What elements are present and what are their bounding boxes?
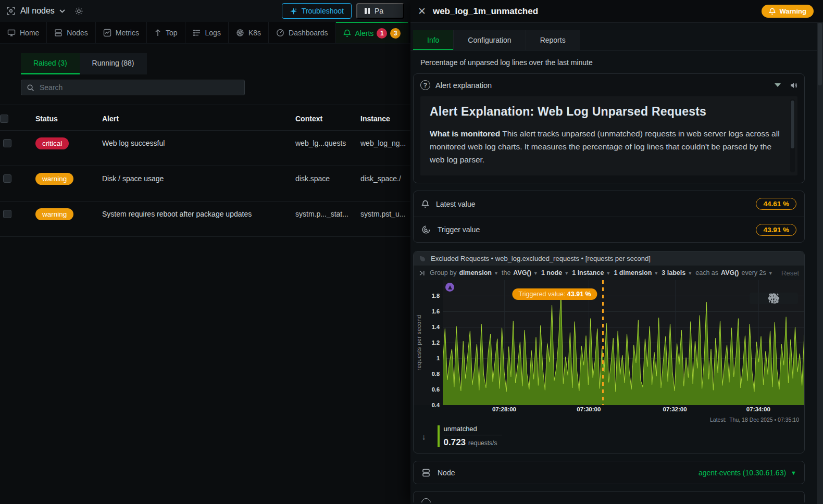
node-selector[interactable]: agent-events (10.30.61.63)▼	[699, 469, 796, 477]
nav-tab-label: Home	[20, 29, 39, 37]
tab-raised[interactable]: Raised (3)	[21, 53, 80, 74]
toolbar-segment: the	[502, 269, 510, 276]
toolbar-segment[interactable]: 1 node	[541, 269, 562, 276]
trigger-value-row: Trigger value43.91 %	[414, 217, 804, 242]
nav-tab-logs[interactable]: Logs	[185, 22, 229, 43]
dropdown-caret-icon[interactable]: ▾	[607, 270, 609, 276]
table-header: Status Alert Context Instance	[0, 105, 410, 131]
x-tick-label: 07:32:00	[663, 406, 687, 412]
logs-icon	[193, 29, 201, 37]
explanation-scrollbar[interactable]	[790, 99, 795, 172]
row-checkbox[interactable]	[3, 139, 11, 147]
sparkle-icon	[290, 7, 297, 15]
x-tick-label: 07:30:00	[577, 406, 601, 412]
dropdown-caret-icon[interactable]: ▾	[769, 270, 772, 276]
value-badge: 44.61 %	[756, 198, 796, 210]
toolbar-segment[interactable]: every 2s	[742, 269, 766, 276]
dropdown-caret-icon[interactable]: ▾	[655, 270, 657, 276]
warning-status-badge[interactable]: Warning	[762, 5, 814, 18]
alert-name: Disk / space usage	[102, 166, 295, 183]
drawer-scrollbar[interactable]	[817, 23, 823, 504]
row-checkbox[interactable]	[3, 210, 11, 218]
toolbar-segment[interactable]: 1 instance	[572, 269, 604, 276]
table-row[interactable]: criticalWeb log successfulweb_lg...quest…	[0, 131, 410, 166]
node-caret-icon: ▼	[791, 470, 796, 476]
gauge-icon	[276, 29, 284, 37]
arrow-up-icon	[154, 29, 161, 37]
y-tick-label: 0.8	[432, 371, 440, 377]
alert-instance: systm.pst_u...	[360, 201, 410, 218]
select-all-checkbox[interactable]	[0, 115, 8, 123]
value-label: Latest value	[436, 200, 476, 208]
nav-tab-home[interactable]: Home	[0, 22, 47, 43]
search-input[interactable]	[39, 83, 239, 92]
x-tick-label: 07:28:00	[492, 406, 516, 412]
alert-name: Web log successful	[102, 131, 295, 147]
chart-canvas[interactable]: Triggered value: 43.91 % ▾	[443, 280, 804, 405]
bell-icon	[769, 8, 776, 15]
troubleshoot-button[interactable]: Troubleshoot	[282, 3, 352, 19]
y-tick-label: 1.8	[432, 293, 440, 299]
close-icon[interactable]: ✕	[418, 6, 426, 16]
skip-to-end-icon[interactable]	[419, 270, 425, 276]
nav-tab-k8s[interactable]: K8s	[229, 22, 269, 43]
question-circle-icon: ?	[420, 80, 430, 90]
drawer-tabs: Info Configuration Reports	[410, 30, 823, 51]
nav-tab-dashboards[interactable]: Dashboards	[269, 22, 336, 43]
chart-legend: ↓ unmatched 0.723requests/s	[414, 423, 804, 453]
tts-icon[interactable]	[789, 81, 797, 90]
toolbar-segment[interactable]: AVG()	[513, 269, 531, 276]
pause-icon	[365, 8, 370, 14]
top-bar: All nodes Troubleshoot Pa	[0, 0, 410, 22]
nav-tab-nodes[interactable]: Nodes	[47, 22, 95, 43]
sort-arrow-icon[interactable]: ↓	[422, 432, 426, 441]
latest-timestamp: Latest: Thu, 18 Dec 2025 • 07:35:10	[414, 415, 804, 423]
toolbar-segment: Group by	[430, 269, 456, 276]
gear-icon[interactable]	[74, 7, 83, 16]
status-badge: critical	[35, 137, 69, 149]
value-badge: 43.91 %	[756, 224, 796, 236]
dropdown-caret-icon[interactable]: ▾	[565, 270, 568, 276]
explanation-heading: Alert Explanation: Web Log Unparsed Requ…	[430, 105, 784, 119]
main-pane: All nodes Troubleshoot Pa HomeNo	[0, 0, 410, 504]
table-row[interactable]: warningDisk / space usagedisk.spacedisk_…	[0, 166, 410, 201]
drawer-header: ✕ web_log_1m_unmatched Warning	[410, 0, 823, 23]
y-tick-label: 1.2	[432, 339, 440, 346]
node-scope-selector[interactable]: All nodes	[6, 6, 65, 16]
row-checkbox[interactable]	[3, 174, 11, 183]
tab-running[interactable]: Running (88)	[80, 53, 147, 74]
anomaly-icon[interactable]	[445, 283, 454, 292]
wheel-icon	[236, 29, 244, 37]
target-icon	[421, 225, 431, 234]
table-row[interactable]: warningSystem requires reboot after pack…	[0, 201, 410, 237]
toolbar-segment[interactable]: 3 labels	[662, 269, 685, 276]
nav-tab-label: Metrics	[116, 29, 139, 37]
value-label: Trigger value	[438, 225, 480, 234]
node-icon	[421, 468, 431, 477]
nav-tab-alerts[interactable]: Alerts13	[336, 22, 409, 43]
explanation-header: Alert explanation	[435, 81, 492, 90]
reset-button[interactable]: Reset	[781, 269, 799, 277]
tab-reports[interactable]: Reports	[526, 30, 580, 50]
triggered-value-badge[interactable]: Triggered value: 43.91 %	[513, 288, 597, 300]
alert-detail-drawer: ✕ web_log_1m_unmatched Warning Info Conf…	[410, 0, 823, 504]
alert-instance: disk_space./	[360, 166, 410, 183]
nav-tab-top[interactable]: Top	[147, 22, 185, 43]
toolbar-segment: AVG()	[721, 269, 739, 276]
toolbar-segment[interactable]: 1 dimension	[614, 269, 652, 276]
dropdown-caret-icon[interactable]: ▾	[689, 270, 691, 276]
dropdown-caret-icon[interactable]: ▾	[534, 270, 537, 276]
tab-info[interactable]: Info	[413, 30, 453, 50]
pause-label: Pa	[375, 7, 383, 15]
pause-button[interactable]: Pa	[356, 3, 404, 19]
tab-configuration[interactable]: Configuration	[453, 30, 525, 50]
toolbar-segment: each as	[695, 269, 718, 276]
status-badge: warning	[35, 173, 73, 185]
toolbar-segment[interactable]: dimension	[459, 269, 492, 276]
nav-tab-metrics[interactable]: Metrics	[96, 22, 147, 43]
chart-tools: ▾	[750, 293, 798, 304]
dropdown-caret-icon[interactable]: ▾	[495, 270, 497, 276]
dimension-name[interactable]: unmatched	[444, 425, 502, 435]
bell-icon	[343, 29, 351, 37]
collapse-caret-icon[interactable]	[775, 83, 781, 87]
